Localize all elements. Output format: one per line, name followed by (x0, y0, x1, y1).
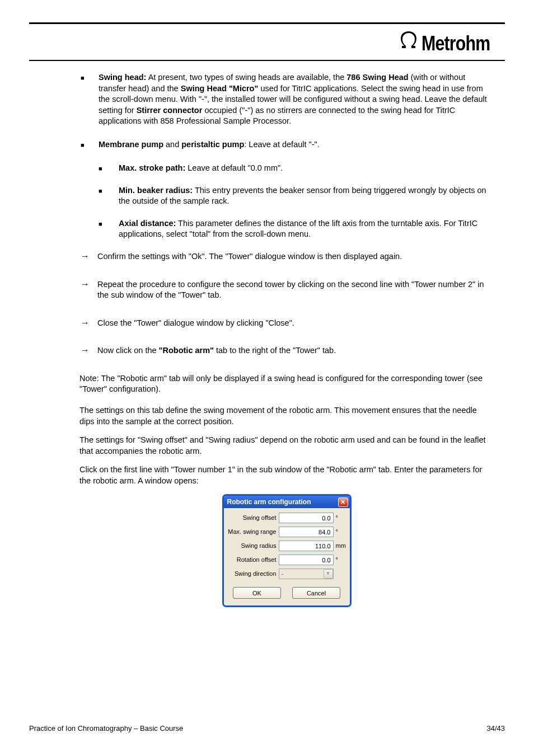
text: Close the "Tower" dialogue window by cli… (97, 318, 494, 329)
field-label: Swing offset (227, 514, 279, 522)
square-bullet-icon: ■ (99, 185, 119, 196)
paragraph: Click on the first line with "Tower numb… (79, 464, 494, 486)
label: "Robotic arm" (159, 346, 214, 355)
row-swing-direction: Swing direction - ▼ (227, 569, 346, 579)
robotic-arm-configuration-dialog: Robotic arm configuration ✕ Swing offset… (222, 494, 352, 607)
footer-right: 34/43 (486, 724, 505, 734)
text: Repeat the procedure to configure the se… (97, 279, 494, 301)
field-label: Max. swing range (227, 528, 279, 536)
sub-bullet-list: ■ Max. stroke path: Leave at default "0.… (79, 163, 494, 240)
text: and (163, 140, 181, 149)
cancel-button[interactable]: Cancel (292, 587, 340, 599)
label: Stirrer connector (137, 106, 203, 115)
page-header: Metrohm (29, 30, 505, 60)
unit: ° (334, 556, 346, 564)
text: Leave at default "0.0 mm". (185, 163, 283, 172)
row-swing-offset: Swing offset ° (227, 513, 346, 523)
bullet-pumps: ■ Membrane pump and peristaltic pump: Le… (79, 139, 494, 151)
step-close-tower: → Close the "Tower" dialogue window by c… (79, 318, 494, 329)
ok-button[interactable]: OK (233, 587, 281, 599)
footer-left: Practice of Ion Chromatography – Basic C… (29, 724, 183, 734)
field-label: Swing radius (227, 542, 279, 550)
square-bullet-icon: ■ (99, 163, 119, 174)
paragraph: The settings for "Swing offset" and "Swi… (79, 435, 494, 457)
dialog-titlebar[interactable]: Robotic arm configuration ✕ (224, 496, 350, 508)
omega-icon (399, 31, 418, 50)
label: Max. stroke path: (119, 163, 185, 172)
dialog-body: Swing offset ° Max. swing range ° Swing … (224, 508, 350, 605)
step-confirm-ok: → Confirm the settings with "Ok". The "T… (79, 251, 494, 262)
square-bullet-icon: ■ (79, 72, 99, 83)
step-repeat-tower2: → Repeat the procedure to configure the … (79, 279, 494, 301)
note-robotic-arm: Note: The "Robotic arm" tab will only be… (79, 373, 494, 395)
max-swing-range-input[interactable] (279, 527, 334, 537)
top-rule (29, 22, 505, 24)
square-bullet-icon: ■ (99, 218, 119, 229)
label: 786 Swing Head (346, 73, 408, 82)
field-label: Rotation offset (227, 556, 279, 564)
square-bullet-icon: ■ (79, 139, 99, 151)
arrow-right-icon: → (81, 251, 97, 261)
text: At present, two types of swing heads are… (146, 73, 346, 82)
bullet-swing-head: ■ Swing head: At present, two types of s… (79, 72, 494, 127)
main-content: ■ Swing head: At present, two types of s… (29, 72, 505, 607)
brand-word: Metrohm (421, 30, 490, 58)
text: tab to the right of the "Tower" tab. (214, 346, 336, 355)
text: Now click on the (97, 346, 159, 355)
row-max-swing-range: Max. swing range ° (227, 527, 346, 537)
swing-offset-input[interactable] (279, 513, 334, 523)
unit: ° (334, 528, 346, 536)
text: : Leave at default "-". (244, 140, 319, 149)
text: Confirm the settings with "Ok". The "Tow… (97, 251, 494, 262)
unit: ° (334, 514, 346, 522)
arrow-right-icon: → (81, 318, 97, 328)
unit: mm (334, 542, 346, 550)
label: peristaltic pump (181, 140, 244, 149)
arrow-right-icon: → (81, 345, 97, 355)
arrow-right-icon: → (81, 279, 97, 289)
field-label: Swing direction (227, 570, 279, 578)
swing-direction-select[interactable]: - ▼ (279, 569, 334, 579)
chevron-down-icon: ▼ (324, 569, 333, 579)
close-button[interactable]: ✕ (338, 497, 348, 507)
brand-logo: Metrohm (399, 30, 505, 58)
row-swing-radius: Swing radius mm (227, 541, 346, 551)
sub-bullet-max-stroke: ■ Max. stroke path: Leave at default "0.… (99, 163, 494, 174)
dialog-button-row: OK Cancel (227, 583, 346, 603)
label: Min. beaker radius: (119, 186, 193, 195)
paragraph: The settings on this tab define the swin… (79, 405, 494, 427)
row-rotation-offset: Rotation offset ° (227, 555, 346, 565)
label: Swing Head "Micro" (181, 84, 259, 93)
label: Swing head: (99, 73, 146, 82)
swing-radius-input[interactable] (279, 541, 334, 551)
sub-bullet-min-beaker: ■ Min. beaker radius: This entry prevent… (99, 185, 494, 207)
page-footer: Practice of Ion Chromatography – Basic C… (29, 724, 505, 734)
header-rule (29, 60, 505, 61)
label: Membrane pump (99, 140, 163, 149)
step-click-robotic-arm: → Now click on the "Robotic arm" tab to … (79, 345, 494, 356)
close-icon: ✕ (340, 499, 345, 505)
dialog-title: Robotic arm configuration (227, 497, 311, 506)
sub-bullet-axial: ■ Axial distance: This parameter defines… (99, 218, 494, 240)
label: Axial distance: (119, 219, 176, 228)
rotation-offset-input[interactable] (279, 555, 334, 565)
select-value: - (282, 570, 284, 578)
